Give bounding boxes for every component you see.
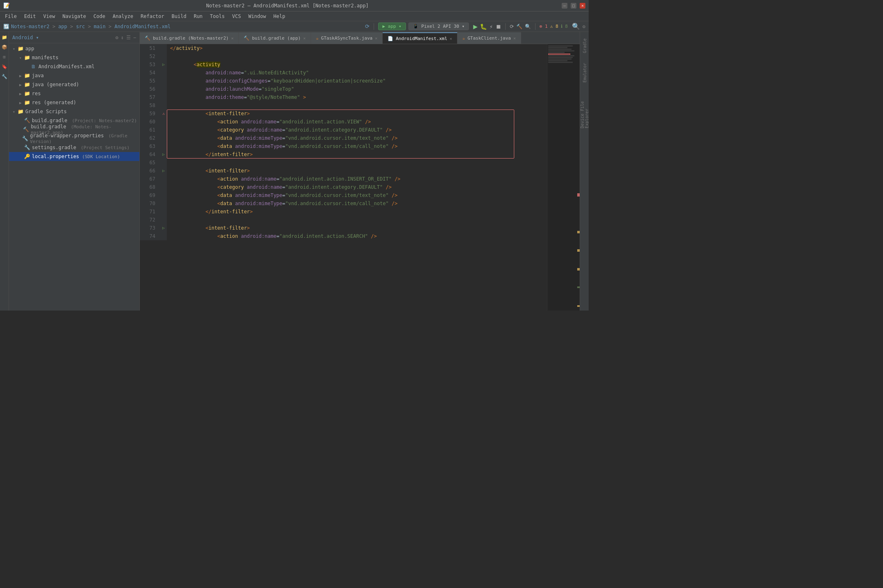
code-line-65: 65 bbox=[140, 159, 547, 167]
tree-item-settings-gradle[interactable]: 🔧 settings.gradle (Project Settings) bbox=[9, 143, 139, 152]
build-icon[interactable]: 🔨 bbox=[516, 24, 522, 29]
tree-arrow-res: ▶ bbox=[17, 90, 24, 97]
line-num-63: 63 bbox=[140, 142, 160, 150]
tab-gtask-client-close[interactable]: ✕ bbox=[513, 36, 516, 40]
menu-refactor[interactable]: Refactor bbox=[137, 13, 168, 20]
sidebar-cog-icon[interactable]: ⚙ bbox=[115, 35, 118, 40]
tree-label-app: app bbox=[25, 46, 34, 51]
code-line-74: 74 <action android:name="android.intent.… bbox=[140, 232, 547, 240]
line-num-67: 67 bbox=[140, 175, 160, 183]
settings-gradle-icon: 🔧 bbox=[24, 144, 30, 151]
tab-androidmanifest[interactable]: 📄 AndroidManifest.xml ✕ bbox=[383, 32, 457, 44]
menu-code[interactable]: Code bbox=[90, 13, 109, 20]
menu-run[interactable]: Run bbox=[190, 13, 206, 20]
minimize-button[interactable]: — bbox=[562, 3, 567, 9]
tree-arrow-java: ▶ bbox=[17, 72, 24, 79]
menu-file[interactable]: File bbox=[2, 13, 20, 20]
build-variants-icon[interactable]: 🔧 bbox=[1, 73, 8, 80]
tab-build-gradle-app-icon: 🔨 bbox=[244, 36, 249, 41]
menu-vcs[interactable]: VCS bbox=[229, 13, 244, 20]
resource-manager-icon[interactable]: 📦 bbox=[1, 43, 8, 51]
menu-build[interactable]: Build bbox=[168, 13, 190, 20]
tab-build-gradle-proj-close[interactable]: ✕ bbox=[231, 36, 233, 40]
breadcrumb: Notes-master2 > app > src > main > Andro… bbox=[11, 24, 170, 29]
line-gutter-58 bbox=[160, 101, 167, 110]
line-content-68: <category android:name="android.intent.c… bbox=[167, 183, 547, 191]
tree-label-androidmanifest: AndroidManifest.xml bbox=[38, 64, 94, 69]
tree-label-local-properties: local.properties (SDK Location) bbox=[32, 154, 120, 159]
tree-arrow-bgp bbox=[17, 117, 24, 124]
tab-androidmanifest-label: AndroidManifest.xml bbox=[396, 36, 447, 41]
sync-icon[interactable]: ⟳ bbox=[365, 23, 370, 29]
menu-analyze[interactable]: Analyze bbox=[109, 13, 137, 20]
structure-icon[interactable]: ⊞ bbox=[1, 53, 8, 60]
tree-item-res-gen[interactable]: ▶ 📁 res (generated) bbox=[9, 98, 139, 107]
device-file-explorer-icon[interactable]: Device File Explorer bbox=[581, 87, 588, 128]
search-everywhere-icon[interactable]: 🔍 bbox=[572, 22, 580, 30]
app-dropdown[interactable]: ▶ app ▾ bbox=[378, 22, 406, 30]
device-dropdown[interactable]: 📱 Pixel 2 API 30 ▾ bbox=[408, 22, 469, 30]
tree-arrow-gw bbox=[16, 135, 22, 142]
menu-edit[interactable]: Edit bbox=[21, 13, 39, 20]
code-line-62: 62 <data android:mimeType="vnd.android.c… bbox=[140, 134, 547, 142]
line-gutter-52 bbox=[160, 52, 167, 60]
run-button[interactable]: ▶ bbox=[473, 22, 477, 31]
tab-gtask-client-icon: ☕ bbox=[462, 36, 465, 41]
tree-item-java-gen[interactable]: ▶ 📁 java (generated) bbox=[9, 80, 139, 89]
warning-count-badge[interactable]: ⚠ 8 bbox=[550, 24, 558, 29]
menu-navigate[interactable]: Navigate bbox=[59, 13, 90, 20]
tree-arrow-res-gen: ▶ bbox=[17, 99, 24, 106]
tab-build-gradle-app-close[interactable]: ✕ bbox=[303, 36, 306, 40]
profile-button[interactable]: ⚡ bbox=[489, 23, 493, 30]
tree-item-androidmanifest[interactable]: 🗎 AndroidManifest.xml bbox=[9, 62, 139, 71]
gradle-scripts-folder-icon: 📁 bbox=[17, 108, 24, 115]
code-editor[interactable]: 51 </activity> 52 53 ▷ <a bbox=[140, 44, 547, 311]
sidebar-collapse-icon[interactable]: − bbox=[133, 35, 136, 40]
line-gutter-60 bbox=[160, 118, 167, 126]
sidebar-sort-icon[interactable]: ↕ bbox=[121, 35, 124, 40]
maximize-button[interactable]: □ bbox=[571, 3, 576, 9]
tree-arrow-lp bbox=[17, 153, 24, 160]
tab-build-gradle-app[interactable]: 🔨 build.gradle (app) ✕ bbox=[239, 32, 311, 44]
code-line-57: 57 android:theme="@style/NoteTheme" > bbox=[140, 93, 547, 101]
line-num-66: 66 bbox=[140, 167, 160, 175]
java-folder-icon: 📁 bbox=[24, 72, 30, 79]
tree-item-manifests[interactable]: ▾ 📁 manifests bbox=[9, 53, 139, 62]
info-count-badge[interactable]: ℹ 8 bbox=[561, 24, 568, 29]
stop-button[interactable]: ⏹ bbox=[495, 23, 501, 30]
menu-view[interactable]: View bbox=[40, 13, 58, 20]
tree-item-gradle-wrapper[interactable]: 🔧 gradle-wrapper.properties (Gradle Vers… bbox=[9, 134, 139, 143]
menu-tools[interactable]: Tools bbox=[207, 13, 228, 20]
line-gutter-69 bbox=[160, 191, 167, 199]
tab-gtask-async-close[interactable]: ✕ bbox=[375, 36, 377, 40]
sync-gradle-icon[interactable]: ⟳ bbox=[510, 24, 514, 29]
tab-build-gradle-proj[interactable]: 🔨 build.gradle (Notes-master2) ✕ bbox=[140, 32, 239, 44]
line-content-66: <intent-filter> bbox=[167, 167, 547, 175]
tab-build-gradle-proj-label: build.gradle (Notes-master2) bbox=[153, 36, 229, 41]
menu-window[interactable]: Window bbox=[245, 13, 269, 20]
project-panel-icon[interactable]: 📁 bbox=[1, 34, 8, 41]
tree-item-res[interactable]: ▶ 📁 res bbox=[9, 89, 139, 98]
tree-item-local-properties[interactable]: 🔑 local.properties (SDK Location) bbox=[9, 152, 139, 161]
tree-item-java[interactable]: ▶ 📁 java bbox=[9, 71, 139, 80]
line-content-57: android:theme="@style/NoteTheme" > bbox=[167, 93, 547, 101]
bookmarks-icon[interactable]: 🔖 bbox=[1, 63, 8, 70]
android-dropdown[interactable]: Android ▾ bbox=[12, 35, 39, 40]
tree-item-gradle-scripts[interactable]: ▾ 📁 Gradle Scripts bbox=[9, 107, 139, 116]
line-gutter-55 bbox=[160, 77, 167, 85]
line-gutter-64: ▷ bbox=[160, 150, 167, 159]
emulator-panel-icon[interactable]: Emulator bbox=[581, 60, 588, 85]
code-line-58: 58 bbox=[140, 101, 547, 110]
tab-gtask-client[interactable]: ☕ GTaskClient.java ✕ bbox=[457, 32, 521, 44]
analyze-icon[interactable]: 🔍 bbox=[525, 24, 531, 29]
tree-item-app[interactable]: ▾ 📁 app bbox=[9, 44, 139, 53]
tab-androidmanifest-close[interactable]: ✕ bbox=[450, 36, 452, 41]
gradle-panel-icon[interactable]: Gradle bbox=[581, 34, 588, 58]
close-button[interactable]: ✕ bbox=[580, 3, 585, 9]
tab-gtask-async[interactable]: ☕ GTaskASyncTask.java ✕ bbox=[311, 32, 383, 44]
debug-button[interactable]: 🐛 bbox=[480, 23, 487, 30]
error-count-badge[interactable]: ⊗ 1 bbox=[540, 24, 548, 29]
sidebar-filter-icon[interactable]: ☰ bbox=[126, 35, 131, 40]
menu-help[interactable]: Help bbox=[270, 13, 289, 20]
settings-gear-icon[interactable]: ⚙ bbox=[583, 24, 585, 29]
